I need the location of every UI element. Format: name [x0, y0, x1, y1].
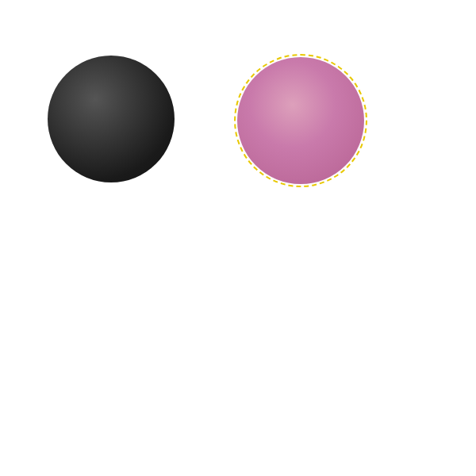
sphere-pink-wrapper	[234, 54, 367, 187]
sphere-dark	[48, 56, 175, 182]
sphere-pink	[237, 57, 364, 184]
